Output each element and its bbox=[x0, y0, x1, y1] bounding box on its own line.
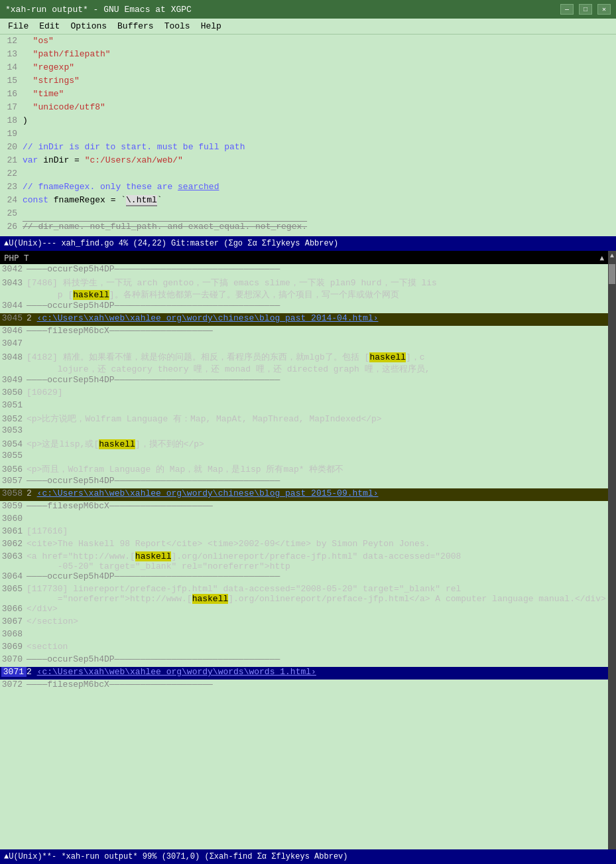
menu-options[interactable]: Options bbox=[65, 20, 112, 33]
title-bar: *xah-run output* - GNU Emacs at XGPC — □… bbox=[0, 0, 616, 19]
modeline-top: ▲U(Unix)--- xah_find.go 4% (24,22) Git:m… bbox=[0, 236, 616, 251]
out-line-3063: 3063 <a href="http://www.[haskell].org/o… bbox=[0, 551, 608, 571]
code-line-25: 25 bbox=[0, 208, 616, 222]
menu-bar: File Edit Options Buffers Tools Help bbox=[0, 19, 616, 35]
code-line-24: 24 const fnameRegex = `\.html` bbox=[0, 195, 616, 208]
out-line-3066: 3066 </div> bbox=[0, 604, 608, 616]
out-line-3068: 3068 bbox=[0, 629, 608, 642]
modeline-bottom-text: ▲U(Unix)**- *xah-run output* 99% (3071,0… bbox=[4, 852, 347, 861]
window-title: *xah-run output* - GNU Emacs at XGPC bbox=[5, 5, 192, 15]
out-line-3049: 3049 ————occurSep5h4DP——————————————————… bbox=[0, 375, 608, 388]
code-line-15: 15 "strings" bbox=[0, 76, 616, 89]
maximize-button[interactable]: □ bbox=[579, 4, 592, 15]
out-line-3055: 3055 bbox=[0, 451, 608, 463]
out-line-3059: 3059 ————filesepM6bcX———————————————————… bbox=[0, 501, 608, 514]
code-line-26: 26 // dir_name. not_full_path. and exact… bbox=[0, 222, 616, 235]
out-line-3044: 3044 ————occurSep5h4DP——————————————————… bbox=[0, 301, 608, 313]
out-line-3042: 3042 ————occurSep5h4DP——————————————————… bbox=[0, 264, 608, 277]
menu-buffers[interactable]: Buffers bbox=[112, 20, 159, 33]
out-line-3071: 3071 2 ‹c:\Users\xah\web\xahlee_org\word… bbox=[0, 667, 608, 680]
out-line-3070: 3070 ————occurSep5h4DP——————————————————… bbox=[0, 654, 608, 667]
scroll-up-icon[interactable]: ▲ bbox=[610, 252, 614, 259]
menu-file[interactable]: File bbox=[3, 20, 34, 33]
modeline-top-text: ▲U(Unix)--- xah_find.go 4% (24,22) Git:m… bbox=[4, 239, 338, 248]
window-controls: — □ ✕ bbox=[560, 4, 611, 15]
out-line-3065: 3065 [117730] linereport/preface-jfp.htm… bbox=[0, 584, 608, 604]
code-line-19: 19 bbox=[0, 129, 616, 142]
out-line-3048: 3048 [4182] 精准。如果看不懂，就是你的问题。相反，看程序员的东西，就… bbox=[0, 351, 608, 375]
scroll-up-arrow[interactable]: ▲ bbox=[599, 253, 604, 262]
menu-help[interactable]: Help bbox=[196, 20, 227, 33]
out-line-3061: 3061 [117616] bbox=[0, 526, 608, 539]
scrollbar-thumb[interactable] bbox=[609, 264, 615, 284]
out-line-3056: 3056 <p>而且，Wolfram Language 的 Map，就 Map，… bbox=[0, 463, 608, 476]
out-line-3058: 3058 2 ‹c:\Users\xah\web\xahlee_org\word… bbox=[0, 488, 608, 501]
code-line-22: 22 bbox=[0, 169, 616, 182]
code-line-13: 13 "path/filepath" bbox=[0, 49, 616, 62]
menu-edit[interactable]: Edit bbox=[34, 20, 65, 33]
out-line-3050: 3050 [10629] bbox=[0, 388, 608, 400]
code-line-16: 16 "time" bbox=[0, 89, 616, 102]
code-line-18: 18 ) bbox=[0, 115, 616, 129]
out-line-3057: 3057 ————occurSep5h4DP——————————————————… bbox=[0, 476, 608, 488]
out-line-3053: 3053 bbox=[0, 425, 608, 438]
code-line-20: 20 // inDir is dir to start. must be ful… bbox=[0, 142, 616, 155]
output-area[interactable]: PHP T ▲ 3042 ————occurSep5h4DP——————————… bbox=[0, 251, 616, 849]
code-line-23: 23 // fnameRegex. only these are searche… bbox=[0, 182, 616, 195]
out-line-3047: 3047 bbox=[0, 338, 608, 351]
top-code-area: 12 "os" 13 "path/filepath" 14 "regexp" 1… bbox=[0, 35, 616, 236]
code-line-14: 14 "regexp" bbox=[0, 62, 616, 76]
menu-tools[interactable]: Tools bbox=[159, 20, 196, 33]
scrollbar-vertical[interactable]: ▲ bbox=[608, 251, 616, 849]
out-line-3072: 3072 ————filesepM6bcX———————————————————… bbox=[0, 680, 608, 692]
out-line-3067: 3067 </section> bbox=[0, 616, 608, 629]
code-line-12: 12 "os" bbox=[0, 36, 616, 49]
out-line-3051: 3051 bbox=[0, 400, 608, 413]
out-line-3060: 3060 bbox=[0, 514, 608, 526]
out-line-3043: 3043 [7486] 科技学生，一下玩 arch gentoo，一下搞 ema… bbox=[0, 277, 608, 301]
modeline-bottom: ▲U(Unix)**- *xah-run output* 99% (3071,0… bbox=[0, 849, 616, 864]
out-line-3062: 3062 <cite>The Haskell 98 Report</cite> … bbox=[0, 539, 608, 551]
out-line-3045: 3045 2 ‹c:\Users\xah\web\xahlee_org\word… bbox=[0, 313, 608, 326]
close-button[interactable]: ✕ bbox=[597, 4, 611, 15]
minimize-button[interactable]: — bbox=[560, 4, 574, 15]
out-line-3052: 3052 <p>比方说吧，Wolfram Language 有：Map, Map… bbox=[0, 413, 608, 425]
out-line-3069: 3069 <section bbox=[0, 642, 608, 654]
out-line-3046: 3046 ————filesepM6bcX———————————————————… bbox=[0, 326, 608, 338]
out-line-3054: 3054 <p>这是lisp,或[haskell]，摸不到的</p> bbox=[0, 438, 608, 451]
output-lines: PHP T ▲ 3042 ————occurSep5h4DP——————————… bbox=[0, 251, 608, 849]
code-line-21: 21 var inDir = "c:/Users/xah/web/" bbox=[0, 155, 616, 169]
output-header: PHP T bbox=[4, 253, 29, 263]
out-line-3064: 3064 ————occurSep5h4DP——————————————————… bbox=[0, 571, 608, 584]
code-line-17: 17 "unicode/utf8" bbox=[0, 102, 616, 115]
